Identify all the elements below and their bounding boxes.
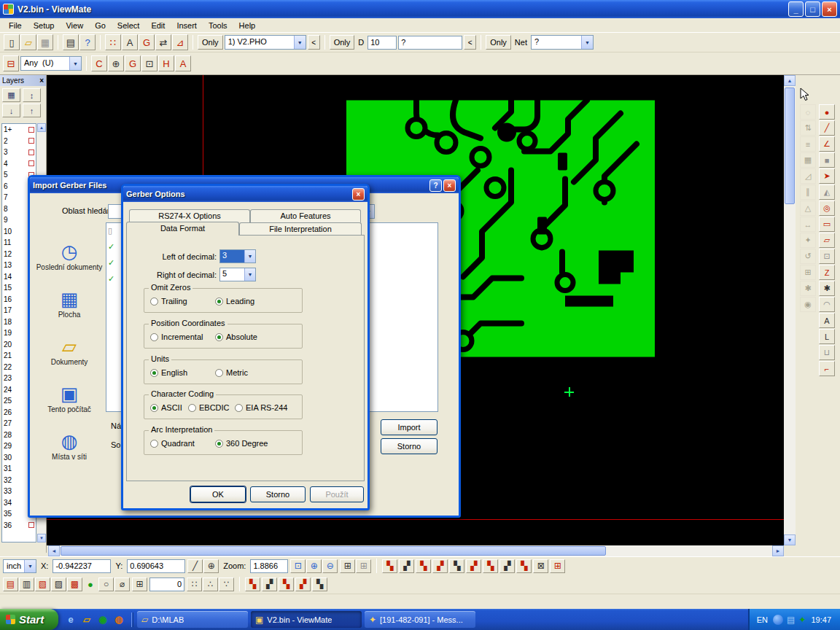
aperture-a-icon[interactable]: A (175, 55, 191, 71)
my-computer-icon[interactable]: ▣ Tento počítač (34, 375, 104, 422)
radio-leading[interactable]: Leading (215, 297, 254, 306)
print-icon[interactable]: ▤ (63, 34, 79, 50)
prev-layer-button[interactable]: < (308, 35, 320, 50)
vertical-scrollbar[interactable]: ▲ ▼ (784, 75, 796, 545)
layer-combo[interactable]: 1) V2.PHO ▼ (225, 35, 306, 50)
measure-icon[interactable]: ⊿ (172, 34, 188, 50)
grid-icon[interactable]: ⊞ (340, 559, 355, 573)
documents-icon[interactable]: ▱ Dokumenty (34, 327, 104, 375)
layer-row[interactable]: 2 (2, 136, 36, 147)
probe-circle-icon[interactable]: ○ (98, 578, 114, 591)
cup-tool-icon[interactable]: ⊔ (819, 345, 835, 360)
film-box-icon[interactable]: ▥ (19, 578, 34, 591)
title-bar[interactable]: V2.bin - ViewMate _ □ × (0, 0, 840, 18)
film-pattern-icon[interactable]: ⊠ (533, 559, 548, 573)
pad-pair-icon[interactable]: ⊡ (141, 55, 158, 71)
highlight-aperture-icon[interactable]: A (122, 34, 138, 50)
snap-tool-icon[interactable]: ✦ (800, 233, 816, 248)
layer-color-swatch[interactable] (28, 160, 34, 166)
firefox-icon[interactable]: ◍ (112, 613, 125, 626)
zoom-out-icon[interactable]: ⊖ (322, 559, 338, 573)
scroll-up-icon[interactable]: ▲ (784, 75, 796, 86)
radio-eia-rs244[interactable]: EIA RS-244 (235, 403, 287, 412)
goto-grid-icon[interactable]: G (125, 55, 141, 71)
ok-button[interactable]: OK (190, 486, 246, 502)
flash-pad-tool-icon[interactable]: ● (819, 104, 835, 120)
steps-icon[interactable]: ▨ (51, 578, 66, 591)
menu-item[interactable]: Setup (28, 20, 61, 31)
parallelogram-tool-icon[interactable]: ▱ (819, 233, 835, 248)
fill-tool-icon[interactable]: ▦ (800, 152, 816, 168)
start-button[interactable]: Start (0, 609, 58, 630)
grid-value-field[interactable]: 0 (149, 578, 184, 591)
parallel-tool-icon[interactable]: ∥ (800, 184, 816, 200)
menu-item[interactable]: File (3, 20, 28, 31)
radio-quadrant[interactable]: Quadrant (150, 439, 195, 448)
dropdown-arrow-icon[interactable]: ▼ (244, 250, 255, 262)
menu-item[interactable]: Insert (171, 20, 203, 31)
film-pattern-icon[interactable]: ▞ (399, 559, 414, 573)
radio-incremental[interactable]: Incremental (150, 332, 203, 341)
left-of-decimal-select[interactable]: 3 ▼ (219, 249, 256, 263)
rectangle-tool-icon[interactable]: ■ (819, 152, 835, 168)
recent-documents-icon[interactable]: ◷ Poslední dokumenty (34, 233, 104, 280)
star-tool-icon[interactable]: ✱ (819, 281, 835, 296)
save-icon[interactable]: ▦ (37, 34, 53, 50)
shield-icon[interactable]: ◉ (96, 613, 109, 626)
arc-tool-icon[interactable]: ◠ (819, 297, 835, 312)
open-file-icon[interactable]: ▱ (20, 34, 36, 50)
only-layer-toggle[interactable]: Only (198, 35, 223, 50)
network-places-icon[interactable]: ◍ Místa v síti (34, 422, 104, 470)
radio-ascii[interactable]: ASCII (150, 403, 182, 412)
menu-item[interactable]: Select (112, 20, 146, 31)
language-ball-icon[interactable] (773, 615, 783, 625)
triangle-draw-tool-icon[interactable]: ◭ (819, 184, 835, 200)
list-tool-icon[interactable]: ≡ (800, 136, 816, 152)
layer-down-icon[interactable]: ↓ (2, 104, 20, 117)
radio-english[interactable]: English (150, 368, 187, 377)
internet-explorer-icon[interactable]: e (64, 613, 77, 626)
layer-row[interactable]: 4 (2, 158, 36, 170)
right-of-decimal-select[interactable]: 5 ▼ (219, 268, 256, 281)
layers-panel-header[interactable]: Layers × (0, 75, 46, 86)
zoom-in-icon[interactable]: ⊕ (306, 559, 322, 573)
import-button[interactable]: Import (381, 419, 438, 435)
reorder-tool-icon[interactable]: ⇅ (800, 120, 816, 136)
film-pattern-icon[interactable]: ▚ (449, 559, 464, 573)
measure-diagonal-icon[interactable]: ╱ (187, 559, 203, 573)
y-coordinate-field[interactable]: 0.690643 (127, 559, 185, 573)
highlight-h-icon[interactable]: H (158, 55, 174, 71)
dot-grid-icon[interactable]: ∴ (203, 578, 218, 591)
pad-pattern-icon[interactable]: ▞ (262, 578, 277, 591)
film-pattern-icon[interactable]: ▚ (382, 559, 397, 573)
restore-button[interactable]: □ (805, 1, 820, 17)
film-pattern-icon[interactable]: ▞ (466, 559, 481, 573)
origin-icon[interactable]: ⊕ (203, 559, 219, 573)
vertical-scroll-thumb[interactable] (785, 88, 795, 204)
clock[interactable]: 19:47 (811, 615, 831, 624)
menu-item[interactable]: Go (89, 20, 112, 31)
select-tool-icon[interactable]: ◌ (800, 104, 816, 120)
dialog-close-button[interactable]: × (443, 179, 456, 192)
film-pattern-icon[interactable]: ▚ (516, 559, 532, 573)
layer-color-swatch[interactable] (28, 138, 34, 144)
rect-outline-tool-icon[interactable]: ▭ (819, 217, 835, 232)
close-button[interactable]: × (822, 1, 837, 17)
layer-color-swatch[interactable] (28, 149, 34, 155)
scroll-left-icon[interactable]: ◄ (48, 545, 60, 556)
aperture-combo[interactable]: Any (U) ▼ (20, 56, 82, 71)
highlight-dcode-icon[interactable]: G (139, 34, 155, 50)
layer-row[interactable]: 36 (2, 520, 36, 532)
dialog-close-button[interactable]: × (352, 188, 365, 201)
dot-grid-icon[interactable]: ∷ (187, 578, 202, 591)
messenger-tray-icon[interactable]: ✦ (798, 615, 806, 625)
only-dcode-toggle[interactable]: Only (330, 35, 355, 50)
language-indicator[interactable]: EN (757, 615, 768, 624)
grid-fine-icon[interactable]: ⊞ (356, 559, 371, 573)
diameter-icon[interactable]: ⌀ (114, 578, 130, 591)
label-tool-icon[interactable]: L (819, 329, 835, 344)
scroll-down-icon[interactable]: ▼ (37, 534, 46, 542)
folder-shortcut-icon[interactable]: ▱ (80, 613, 93, 626)
polyline-tool-icon[interactable]: ∠ (819, 136, 835, 152)
dot-grid-icon[interactable]: ∵ (219, 578, 234, 591)
